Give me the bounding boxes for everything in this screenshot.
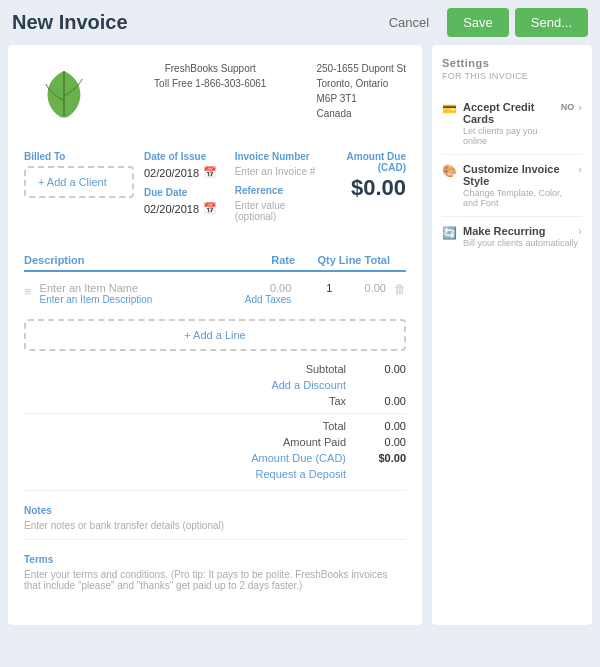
billed-to-col: Billed To + Add a Client <box>24 151 134 222</box>
amount-due-final-row: Amount Due (CAD) $0.00 <box>24 450 406 466</box>
totals-divider <box>24 413 406 414</box>
invoice-header: FreshBooks Support Toll Free 1-866-303-6… <box>24 61 406 131</box>
credit-cards-content: Accept Credit Cards Let clients pay you … <box>463 101 561 146</box>
main-layout: FreshBooks Support Toll Free 1-866-303-6… <box>0 45 600 633</box>
due-date-label: Due Date <box>144 187 225 198</box>
subtotal-label: Subtotal <box>246 363 346 375</box>
palette-icon: 🎨 <box>442 164 457 178</box>
settings-title: Settings <box>442 57 582 69</box>
recurring-icon: 🔄 <box>442 226 457 240</box>
page-title: New Invoice <box>12 11 379 34</box>
save-button[interactable]: Save <box>447 8 509 37</box>
billed-to-label: Billed To <box>24 151 134 162</box>
invoice-number-input[interactable]: Enter an Invoice # <box>235 166 316 177</box>
terms-divider <box>24 539 406 540</box>
delete-line-icon[interactable]: 🗑 <box>394 282 406 296</box>
calendar-icon: 📅 <box>203 166 217 179</box>
tax-row: Tax 0.00 <box>24 393 406 409</box>
settings-panel: Settings FOR THIS INVOICE 💳 Accept Credi… <box>432 45 592 625</box>
request-deposit-button[interactable]: Request a Deposit <box>246 468 346 480</box>
drag-handle-icon: ≡ <box>24 284 32 299</box>
address-info: 250-1655 Dupont St Toronto, Ontario M6P … <box>316 61 406 121</box>
credit-cards-title: Accept Credit Cards <box>463 101 561 125</box>
settings-item-recurring[interactable]: 🔄 Make Recurring Bill your clients autom… <box>442 217 582 256</box>
amount-paid-row: Amount Paid 0.00 <box>24 434 406 450</box>
subtotal-value: 0.00 <box>366 363 406 375</box>
recurring-desc: Bill your clients automatically <box>463 238 578 248</box>
add-client-button[interactable]: + Add a Client <box>24 166 134 198</box>
company-name: FreshBooks Support <box>154 61 266 76</box>
col-total-header: Line Total <box>336 254 390 266</box>
col-qty-header: Qty <box>295 254 336 266</box>
logo-leaf-icon <box>34 66 94 126</box>
subtotal-row: Subtotal 0.00 <box>24 361 406 377</box>
address-line1: 250-1655 Dupont St <box>316 61 406 76</box>
amount-due-final-label[interactable]: Amount Due (CAD) <box>246 452 346 464</box>
customize-title: Customize Invoice Style <box>463 163 578 187</box>
address-line2: Toronto, Ontario <box>316 76 406 91</box>
due-date-value: 02/20/2018 <box>144 203 199 215</box>
add-line-button[interactable]: + Add a Line <box>24 319 406 351</box>
top-bar: New Invoice Cancel Save Send... <box>0 0 600 45</box>
logo-area <box>24 61 104 131</box>
amount-due-final-value: $0.00 <box>366 452 406 464</box>
address-line4: Canada <box>316 106 406 121</box>
total-row: Total 0.00 <box>24 418 406 434</box>
due-calendar-icon: 📅 <box>203 202 217 215</box>
settings-item-customize[interactable]: 🎨 Customize Invoice Style Change Templat… <box>442 155 582 217</box>
due-date-field[interactable]: 02/20/2018 📅 <box>144 202 225 215</box>
discount-row: Add a Discount <box>24 377 406 393</box>
customize-arrow-icon: › <box>578 163 582 175</box>
recurring-title: Make Recurring <box>463 225 578 237</box>
invoice-panel: FreshBooks Support Toll Free 1-866-303-6… <box>8 45 422 625</box>
total-label: Total <box>246 420 346 432</box>
item-desc-input[interactable]: Enter an Item Description <box>40 294 226 305</box>
date-issue-value: 02/20/2018 <box>144 167 199 179</box>
notes-label: Notes <box>24 505 406 516</box>
company-phone: Toll Free 1-866-303-6061 <box>154 76 266 91</box>
company-info: FreshBooks Support Toll Free 1-866-303-6… <box>154 61 266 91</box>
add-taxes-button[interactable]: Add Taxes <box>229 294 291 305</box>
qty-value[interactable]: 1 <box>295 282 332 294</box>
invoice-meta: Billed To + Add a Client Date of Issue 0… <box>24 151 406 238</box>
invoice-number-label: Invoice Number <box>235 151 316 162</box>
notes-divider <box>24 490 406 491</box>
credit-cards-right: NO › <box>561 101 582 113</box>
amount-paid-value: 0.00 <box>366 436 406 448</box>
recurring-content: Make Recurring Bill your clients automat… <box>463 225 578 248</box>
customize-right: › <box>578 163 582 175</box>
item-name-col: Enter an Item Name Enter an Item Descrip… <box>40 282 226 305</box>
amount-due-label: Amount Due (CAD) <box>325 151 406 173</box>
date-issue-label: Date of Issue <box>144 151 225 162</box>
credit-cards-badge: NO <box>561 102 575 112</box>
reference-input[interactable]: Enter value (optional) <box>235 200 316 222</box>
line-item-row: ≡ Enter an Item Name Enter an Item Descr… <box>24 278 406 309</box>
credit-card-icon: 💳 <box>442 102 457 116</box>
line-items-header: Description Rate Qty Line Total <box>24 254 406 272</box>
reference-label: Reference <box>235 185 316 196</box>
rate-value[interactable]: 0.00 <box>229 282 291 294</box>
cancel-button[interactable]: Cancel <box>379 9 439 36</box>
send-button[interactable]: Send... <box>515 8 588 37</box>
terms-input[interactable]: Enter your terms and conditions. (Pro ti… <box>24 569 406 591</box>
add-discount-button[interactable]: Add a Discount <box>246 379 346 391</box>
settings-item-credit-cards[interactable]: 💳 Accept Credit Cards Let clients pay yo… <box>442 93 582 155</box>
total-value: 0.00 <box>366 420 406 432</box>
amount-due-col: Amount Due (CAD) $0.00 <box>325 151 406 222</box>
tax-value: 0.00 <box>366 395 406 407</box>
terms-label: Terms <box>24 554 406 565</box>
amount-due-value: $0.00 <box>325 175 406 201</box>
customize-content: Customize Invoice Style Change Template,… <box>463 163 578 208</box>
tax-label: Tax <box>246 395 346 407</box>
col-desc-header: Description <box>24 254 227 266</box>
line-total-value: 0.00 <box>336 282 386 294</box>
item-name-input[interactable]: Enter an Item Name <box>40 282 226 294</box>
date-issue-col: Date of Issue 02/20/2018 📅 Due Date 02/2… <box>144 151 225 222</box>
date-issue-field[interactable]: 02/20/2018 📅 <box>144 166 225 179</box>
amount-paid-label: Amount Paid <box>246 436 346 448</box>
credit-cards-desc: Let clients pay you online <box>463 126 561 146</box>
invoice-number-col: Invoice Number Enter an Invoice # Refere… <box>235 151 316 222</box>
rate-col: 0.00 Add Taxes <box>229 282 291 305</box>
notes-input[interactable]: Enter notes or bank transfer details (op… <box>24 520 406 531</box>
line-total-col: 0.00 <box>336 282 386 294</box>
